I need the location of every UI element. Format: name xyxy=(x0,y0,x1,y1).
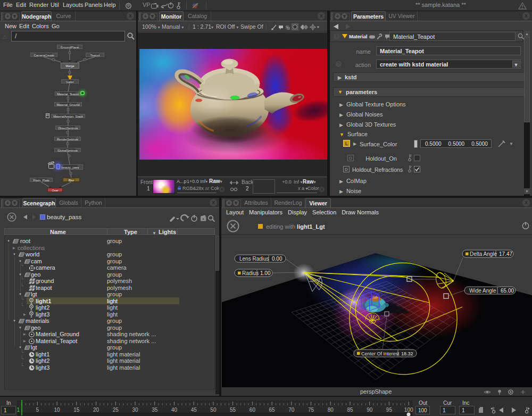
svg-text:85: 85 xyxy=(347,407,353,413)
svg-text:5: 5 xyxy=(36,407,39,413)
svg-text:1: 1 xyxy=(16,407,20,413)
svg-text:40: 40 xyxy=(171,407,178,413)
svg-text:50: 50 xyxy=(210,407,217,413)
svg-text:80: 80 xyxy=(328,407,334,413)
svg-text:1.00: 1.00 xyxy=(260,270,271,276)
svg-text:Delta Angle: Delta Angle xyxy=(470,251,497,257)
svg-text:35: 35 xyxy=(152,407,158,413)
svg-text:18.32: 18.32 xyxy=(401,351,413,356)
svg-text:Wide Angle: Wide Angle xyxy=(469,288,496,294)
svg-text:65.00: 65.00 xyxy=(501,288,514,294)
svg-text:60: 60 xyxy=(250,407,256,413)
svg-text:17.47: 17.47 xyxy=(499,251,512,257)
svg-text:15: 15 xyxy=(73,407,80,413)
svg-text:0.00: 0.00 xyxy=(272,256,282,262)
svg-text:90: 90 xyxy=(367,407,373,413)
svg-text:Center Of Interest: Center Of Interest xyxy=(361,351,400,356)
svg-text:75: 75 xyxy=(308,407,314,413)
svg-text:70: 70 xyxy=(288,407,295,413)
svg-text:95: 95 xyxy=(386,407,393,413)
svg-text:55: 55 xyxy=(230,407,236,413)
svg-text:25: 25 xyxy=(113,407,119,413)
svg-text:65: 65 xyxy=(269,407,276,413)
svg-text:30: 30 xyxy=(132,407,138,413)
svg-text:10: 10 xyxy=(54,407,61,413)
svg-text:100: 100 xyxy=(404,407,413,413)
svg-text:20: 20 xyxy=(93,407,99,413)
svg-text:45: 45 xyxy=(191,407,197,413)
svg-text:Lens Radius: Lens Radius xyxy=(239,256,269,262)
svg-text:Radius: Radius xyxy=(242,270,259,276)
